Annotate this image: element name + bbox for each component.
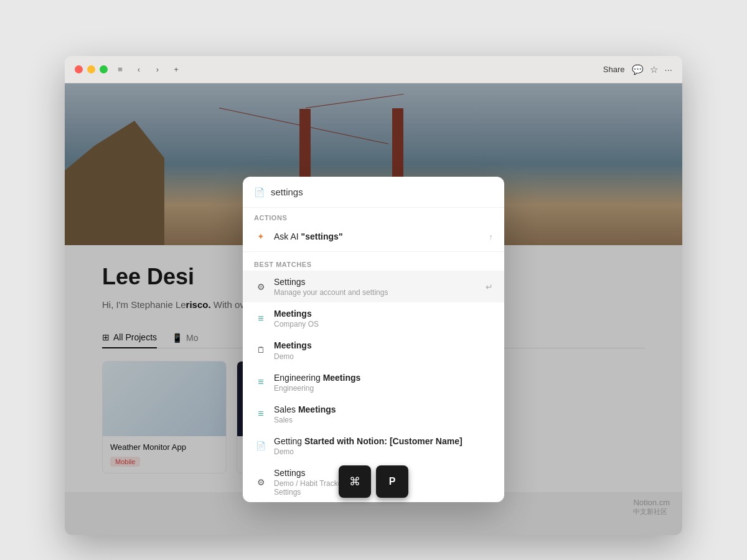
add-tab-icon[interactable]: + (170, 63, 182, 76)
traffic-light-yellow[interactable] (87, 65, 95, 73)
gear-icon-settings-demo (254, 475, 268, 489)
keyboard-shortcut-display: ⌘ P (339, 465, 408, 498)
meetings-company-subtitle: Company OS (274, 320, 493, 329)
sales-meetings-content: Sales Meetings Sales (274, 404, 493, 424)
command-palette: 📄 settings Actions ✦ Ask AI "settings" ↑… (243, 177, 504, 502)
doc-icon-getting-started: 📄 (254, 439, 268, 453)
meetings-demo-title: Meetings (274, 340, 493, 351)
palette-item-settings-main[interactable]: Settings Manage your account and setting… (243, 271, 504, 302)
settings-main-title: Settings (274, 276, 479, 287)
palette-divider-1 (243, 251, 504, 252)
palette-ask-ai-item[interactable]: ✦ Ask AI "settings" ↑ (243, 224, 504, 249)
getting-started-content: Getting Started with Notion: [Customer N… (274, 436, 493, 456)
cal-icon-meetings-demo: 🗒 (254, 343, 268, 357)
cmd-key: ⌘ (339, 465, 371, 498)
palette-item-getting-started[interactable]: 📄 Getting Started with Notion: [Customer… (243, 430, 504, 462)
enter-icon-settings: ↵ (486, 282, 493, 292)
palette-search-text[interactable]: settings (271, 187, 303, 197)
page-background: Lee Desi Hi, I'm Stephanie Lerisco. With… (65, 83, 682, 535)
getting-started-subtitle: Demo (274, 447, 493, 456)
comment-icon[interactable]: 💬 (632, 64, 644, 75)
settings-main-content: Settings Manage your account and setting… (274, 276, 479, 297)
meetings-company-title: Meetings (274, 308, 493, 319)
ai-shortcut-icon: ↑ (489, 232, 494, 241)
browser-titlebar: ≡ ‹ › + Share 💬 ☆ ··· (65, 56, 682, 83)
hamburger-icon[interactable]: ≡ (114, 63, 126, 76)
sales-meetings-subtitle: Sales (274, 416, 493, 424)
meetings-demo-content: Meetings Demo (274, 340, 493, 360)
ai-item-content: Ask AI "settings" (274, 231, 483, 242)
forward-icon[interactable]: › (151, 63, 164, 76)
palette-actions-label: Actions (243, 208, 504, 224)
traffic-light-red[interactable] (75, 65, 83, 73)
share-button[interactable]: Share (603, 65, 625, 74)
traffic-light-green[interactable] (100, 65, 108, 73)
palette-item-sales-meetings[interactable]: ≡ Sales Meetings Sales (243, 398, 504, 430)
palette-item-engineering-meetings[interactable]: ≡ Engineering Meetings Engineering (243, 366, 504, 398)
palette-doc-icon: 📄 (254, 187, 265, 197)
ai-icon: ✦ (254, 230, 268, 243)
ai-item-title: Ask AI "settings" (274, 231, 483, 242)
engineering-meetings-title: Engineering Meetings (274, 372, 493, 383)
gear-icon-settings (254, 280, 268, 294)
list-icon-sales: ≡ (254, 407, 268, 421)
sales-meetings-title: Sales Meetings (274, 404, 493, 415)
browser-window: ≡ ‹ › + Share 💬 ☆ ··· Lee Desi Hi, I'm S… (65, 56, 682, 535)
palette-best-matches-label: Best matches (243, 254, 504, 271)
titlebar-right-icons: 💬 ☆ ··· (632, 64, 672, 75)
meetings-company-content: Meetings Company OS (274, 308, 493, 329)
favorite-icon[interactable]: ☆ (650, 64, 658, 75)
settings-main-subtitle: Manage your account and settings (274, 288, 479, 297)
engineering-meetings-subtitle: Engineering (274, 384, 493, 393)
titlebar-right: Share 💬 ☆ ··· (603, 64, 672, 75)
getting-started-title: Getting Started with Notion: [Customer N… (274, 436, 493, 447)
engineering-meetings-content: Engineering Meetings Engineering (274, 372, 493, 393)
back-icon[interactable]: ‹ (133, 63, 145, 76)
palette-item-meetings-company[interactable]: ≡ Meetings Company OS (243, 302, 504, 334)
more-options-icon[interactable]: ··· (664, 64, 672, 75)
list-icon-meetings-company: ≡ (254, 312, 268, 325)
meetings-demo-subtitle: Demo (274, 352, 493, 361)
palette-item-meetings-demo[interactable]: 🗒 Meetings Demo (243, 334, 504, 366)
p-key: P (376, 465, 408, 498)
palette-header: 📄 settings (243, 177, 504, 208)
list-icon-engineering: ≡ (254, 375, 268, 389)
traffic-lights (75, 65, 108, 73)
